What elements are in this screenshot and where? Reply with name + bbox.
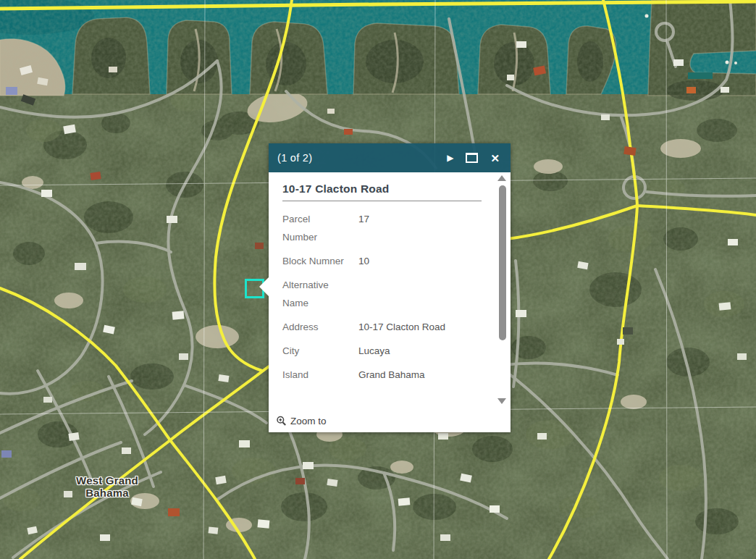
map-region-label: West Grand Bahama	[64, 474, 151, 500]
field-label: Address	[282, 318, 345, 336]
popup-title: 10-17 Clacton Road	[282, 182, 482, 196]
field-value: 10-17 Clacton Road	[358, 318, 482, 336]
scrollbar-thumb[interactable]	[499, 185, 506, 340]
field-label: Alternative Name	[282, 276, 345, 312]
zoom-to-label: Zoom to	[290, 416, 327, 426]
field-value: Grand Bahama	[358, 366, 482, 384]
title-divider	[282, 201, 482, 201]
field-value: 10	[358, 252, 482, 270]
popup-pointer	[259, 277, 269, 296]
popup-body: 10-17 Clacton Road Parcel Number 17 Bloc…	[269, 172, 511, 432]
field-value: 17	[358, 210, 482, 246]
close-icon[interactable]: ✕	[490, 153, 500, 164]
scroll-down-icon[interactable]	[497, 398, 506, 404]
map-view[interactable]: West Grand Bahama (1 of 2) ▶ ✕ 10-17 Cla…	[0, 0, 756, 559]
field-label: Island	[282, 366, 345, 384]
field-label: City	[282, 342, 345, 360]
field-value: Lucaya	[358, 342, 482, 360]
maximize-icon[interactable]	[466, 153, 478, 163]
field-label: Block Numner	[282, 252, 345, 270]
attribute-table: Parcel Number 17 Block Numner 10 Alterna…	[282, 210, 482, 384]
feature-pagination: (1 of 2)	[277, 152, 312, 164]
field-label: Parcel Number	[282, 210, 345, 246]
zoom-to-link[interactable]: Zoom to	[276, 416, 327, 426]
feature-popup: (1 of 2) ▶ ✕ 10-17 Clacton Road Parcel N…	[269, 143, 511, 432]
scroll-up-icon[interactable]	[497, 175, 506, 181]
next-feature-icon[interactable]: ▶	[447, 154, 453, 162]
zoom-to-icon	[276, 416, 287, 426]
field-value	[358, 276, 482, 312]
popup-header: (1 of 2) ▶ ✕	[269, 143, 511, 172]
